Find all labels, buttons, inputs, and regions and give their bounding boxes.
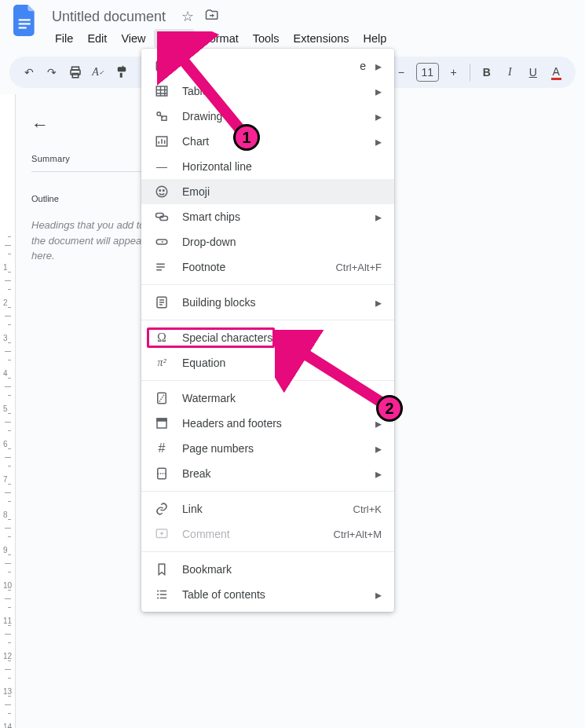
svg-rect-29	[157, 594, 159, 595]
insert-horizontal-line[interactable]: ― Horizontal line	[141, 154, 394, 179]
insert-headers-footers[interactable]: Headers and footers ▸	[141, 411, 394, 436]
svg-rect-30	[160, 594, 166, 595]
summary-heading: Summary	[31, 154, 148, 163]
svg-rect-32	[160, 598, 166, 599]
undo-button[interactable]: ↶	[19, 61, 38, 83]
svg-rect-20	[156, 269, 162, 271]
outline-hint: Headings that you add to the document wi…	[31, 218, 148, 264]
insert-page-numbers[interactable]: # Page numbers ▸	[141, 436, 394, 461]
drawing-icon	[154, 109, 170, 123]
insert-emoji[interactable]: Emoji	[141, 179, 394, 204]
link-icon	[154, 502, 170, 516]
insert-equation[interactable]: π² Equation	[141, 350, 394, 375]
svg-rect-24	[157, 419, 166, 421]
svg-rect-19	[156, 266, 165, 268]
spellcheck-button[interactable]: A✓	[88, 61, 108, 83]
doc-title[interactable]: Untitled document	[47, 7, 170, 27]
svg-point-14	[163, 190, 165, 192]
comment-icon	[154, 527, 170, 541]
menu-tools[interactable]: Tools	[247, 29, 286, 48]
bookmark-icon	[154, 562, 170, 576]
footnote-icon	[154, 260, 170, 274]
menu-bar: File Edit View Insert Format Tools Exten…	[0, 27, 585, 50]
insert-special-characters[interactable]: Ω Special characters	[141, 325, 394, 350]
print-button[interactable]	[65, 61, 85, 83]
svg-rect-28	[160, 591, 166, 592]
equation-icon: π²	[154, 357, 170, 369]
font-size-decrease[interactable]: −	[391, 61, 411, 83]
svg-rect-1	[19, 23, 31, 24]
svg-rect-2	[19, 27, 27, 28]
svg-rect-31	[157, 598, 159, 599]
insert-menu-dropdown: Image e ▸ Table ▸ Drawing ▸ Chart ▸ ― Ho…	[141, 49, 394, 612]
svg-rect-8	[156, 86, 167, 96]
font-size-input[interactable]: 11	[416, 63, 439, 82]
table-icon	[154, 84, 170, 98]
insert-image[interactable]: Image e ▸	[141, 53, 394, 79]
menu-extensions[interactable]: Extensions	[287, 29, 356, 48]
watermark-icon	[154, 391, 170, 405]
omega-icon: Ω	[154, 331, 170, 345]
menu-format[interactable]: Format	[196, 29, 245, 48]
text-color-button[interactable]: A	[547, 61, 566, 83]
outline-heading: Outline	[31, 194, 148, 203]
insert-table-of-contents[interactable]: Table of contents ▸	[141, 582, 394, 607]
annotation-step-2: 2	[376, 395, 403, 422]
insert-comment: Comment Ctrl+Alt+M	[141, 521, 394, 547]
insert-chart[interactable]: Chart ▸	[141, 129, 394, 154]
insert-footnote[interactable]: Footnote Ctrl+Alt+F	[141, 254, 394, 280]
insert-drawing[interactable]: Drawing ▸	[141, 104, 394, 129]
italic-button[interactable]: I	[500, 61, 520, 83]
vertical-ruler: 123456789101112131415161718	[0, 94, 16, 728]
image-icon	[154, 59, 170, 73]
docs-logo[interactable]	[11, 2, 39, 39]
menu-insert[interactable]: Insert	[154, 29, 195, 48]
redo-button[interactable]: ↷	[42, 61, 61, 83]
menu-edit[interactable]: Edit	[81, 29, 113, 48]
toc-icon	[154, 587, 170, 602]
hash-icon: #	[154, 441, 170, 455]
headers-icon	[154, 416, 170, 430]
break-icon	[154, 466, 170, 481]
insert-watermark[interactable]: Watermark	[141, 386, 394, 411]
blocks-icon	[154, 295, 170, 309]
dropdown-icon	[154, 235, 170, 249]
svg-rect-25	[158, 468, 166, 479]
emoji-icon	[154, 185, 170, 199]
insert-smart-chips[interactable]: Smart chips ▸	[141, 204, 394, 229]
smart-chips-icon	[154, 210, 170, 224]
font-size-increase[interactable]: +	[444, 61, 463, 83]
svg-rect-16	[160, 216, 168, 220]
bold-button[interactable]: B	[477, 61, 496, 83]
svg-rect-18	[156, 264, 165, 265]
insert-link[interactable]: Link Ctrl+K	[141, 496, 394, 521]
svg-rect-6	[156, 61, 167, 71]
move-icon[interactable]	[205, 8, 219, 26]
outline-collapse-button[interactable]: ←	[31, 115, 148, 135]
svg-point-7	[159, 64, 161, 66]
svg-rect-0	[19, 19, 31, 20]
underline-button[interactable]: U	[523, 61, 543, 83]
menu-help[interactable]: Help	[357, 29, 393, 48]
insert-table[interactable]: Table ▸	[141, 79, 394, 104]
hr-icon: ―	[154, 160, 170, 173]
menu-view[interactable]: View	[115, 29, 152, 48]
svg-point-12	[156, 186, 167, 197]
svg-rect-27	[157, 591, 159, 592]
insert-bookmark[interactable]: Bookmark	[141, 557, 394, 582]
svg-rect-22	[158, 393, 166, 404]
svg-point-13	[159, 190, 161, 192]
insert-break[interactable]: Break ▸	[141, 461, 394, 486]
insert-dropdown[interactable]: Drop-down	[141, 229, 394, 254]
star-icon[interactable]: ☆	[181, 8, 194, 26]
paint-format-button[interactable]	[112, 61, 131, 83]
insert-building-blocks[interactable]: Building blocks ▸	[141, 290, 394, 315]
chart-icon	[154, 134, 170, 148]
menu-file[interactable]: File	[49, 29, 79, 48]
docbar: Untitled document ☆	[0, 0, 585, 27]
annotation-step-1: 1	[233, 124, 260, 151]
